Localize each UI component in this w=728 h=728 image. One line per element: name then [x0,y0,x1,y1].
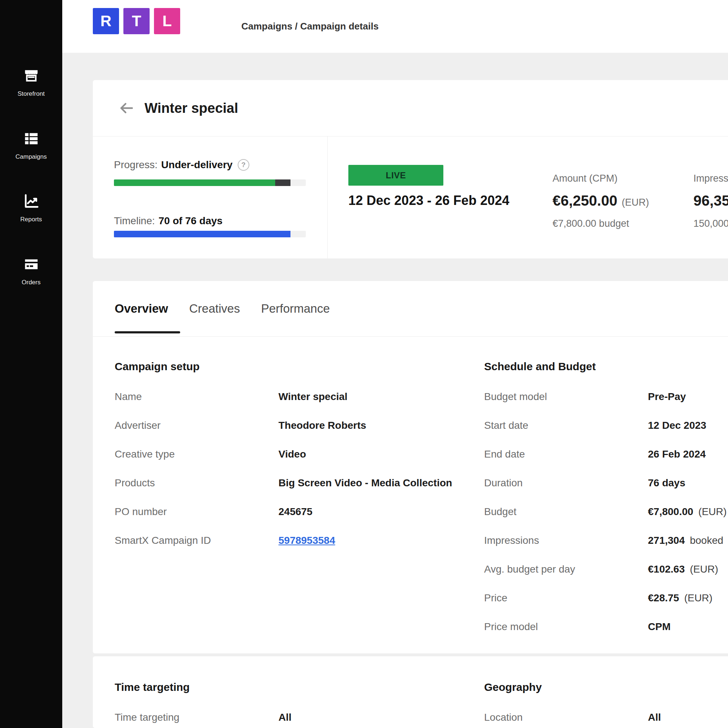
detail-label: Creative type [115,448,278,461]
detail-label: Start date [484,420,648,432]
back-arrow-button[interactable] [118,99,135,117]
impressions-value: 96,35 [693,193,728,209]
geography-section: Geography LocationAll [484,681,661,728]
tab-creatives[interactable]: Creatives [189,302,240,316]
detail-value: Theodore Roberts [278,420,366,432]
campaign-title-row: Winter special [93,80,728,136]
detail-row: Budget€7,800.00(EUR) [484,506,726,518]
sidebar-nav: Storefront Campaigns Reports [0,0,62,728]
geography-rows: LocationAll [484,712,661,724]
detail-label: Avg. budget per day [484,563,648,576]
detail-value-suffix: (EUR) [684,592,713,604]
schedule-budget-rows: Budget modelPre-PayStart date12 Dec 2023… [484,391,726,633]
detail-label: Location [484,712,648,724]
detail-value: €7,800.00(EUR) [648,506,726,518]
detail-value: 271,304booked [648,535,723,547]
campaign-setup-rows: NameWinter specialAdvertiserTheodore Rob… [115,391,452,547]
amount-label: Amount (CPM) [552,173,618,184]
campaign-status-panel: LIVE 12 Dec 2023 - 26 Feb 2024 Amount (C… [327,136,728,258]
detail-row: PO number245675 [115,506,452,518]
detail-row: LocationAll [484,712,661,724]
detail-row: Budget modelPre-Pay [484,391,726,403]
detail-value: €28.75(EUR) [648,592,712,605]
time-targeting-rows: Time targetingAll [115,712,292,724]
detail-label: Advertiser [115,420,278,432]
sidebar-item-storefront[interactable]: Storefront [0,67,62,98]
detail-value: Pre-Pay [648,391,686,403]
storefront-icon [23,67,40,86]
progress-label: Progress: [114,159,158,171]
breadcrumb[interactable]: Campaigns / Campaign details [241,0,379,53]
sidebar-item-label: Campaigns [16,153,47,161]
detail-label: Products [115,477,278,489]
logo-letter-t: T [123,8,150,34]
campaign-setup-section: Campaign setup NameWinter specialAdverti… [115,360,452,563]
detail-row: End date26 Feb 2024 [484,448,726,461]
tab-bar: Overview Creatives Performance [115,302,330,316]
detail-value: 12 Dec 2023 [648,420,706,432]
detail-row: Creative typeVideo [115,448,452,461]
rtl-logo[interactable]: R T L [93,8,180,34]
detail-row: Duration76 days [484,477,726,489]
detail-label: Time targeting [115,712,278,724]
timeline-bar [114,231,306,237]
sidebar-item-label: Reports [20,216,42,223]
detail-value: Video [278,448,306,461]
detail-row: Start date12 Dec 2023 [484,420,726,432]
sidebar-item-orders[interactable]: Orders [0,256,62,286]
detail-label: Price [484,592,648,605]
tab-overview[interactable]: Overview [115,302,168,316]
progress-status: Under-delivery [161,159,232,171]
detail-label: Price model [484,621,648,633]
detail-row: Time targetingAll [115,712,292,724]
section-title: Geography [484,681,661,693]
timeline-value: 70 of 76 days [159,215,223,227]
detail-value: All [278,712,292,724]
detail-label: Budget model [484,391,648,403]
progress-bar [114,179,306,186]
campaign-id-link[interactable]: 5978953584 [278,535,335,546]
detail-value: All [648,712,661,724]
detail-label: Duration [484,477,648,489]
campaign-title: Winter special [145,101,238,116]
progress-line: Progress: Under-delivery ? [114,159,249,171]
impressions-label: Impressions [693,173,728,184]
campaign-date-range: 12 Dec 2023 - 26 Feb 2024 [348,193,509,208]
detail-value-suffix: booked [690,535,723,546]
active-tab-underline [115,331,180,333]
detail-value: CPM [648,621,670,633]
campaign-details-card: Overview Creatives Performance Campaign … [93,281,728,653]
detail-row: NameWinter special [115,391,452,403]
detail-label: End date [484,448,648,461]
help-icon[interactable]: ? [238,159,249,171]
progress-bar-marker [275,179,291,186]
schedule-budget-section: Schedule and Budget Budget modelPre-PayS… [484,360,726,650]
reports-chart-icon [23,193,40,211]
detail-row: Impressions271,304booked [484,535,726,547]
timeline-line: Timeline: 70 of 76 days [114,215,222,227]
detail-value: €102.63(EUR) [648,563,718,576]
tab-performance[interactable]: Performance [261,302,330,316]
detail-value: Winter special [278,391,348,403]
detail-row: Price€28.75(EUR) [484,592,726,605]
detail-label: PO number [115,506,278,518]
detail-value: 245675 [278,506,312,518]
detail-row: AdvertiserTheodore Roberts [115,420,452,432]
amount-value: €6,250.00(EUR) [552,193,649,209]
detail-value-suffix: (EUR) [699,506,727,517]
section-title: Time targeting [115,681,292,693]
detail-value: Big Screen Video - Media Collection [278,477,452,489]
delivery-progress-panel: Progress: Under-delivery ? Timeline: 70 … [93,136,327,258]
status-badge: LIVE [348,165,444,186]
impressions-booked-sub: 150,000 [693,218,728,229]
sidebar-item-reports[interactable]: Reports [0,193,62,223]
time-targeting-section: Time targeting Time targetingAll [115,681,292,728]
sidebar-item-campaigns[interactable]: Campaigns [0,130,62,161]
sidebar-item-label: Orders [22,279,41,286]
top-header-bar: R T L Campaigns / Campaign details [62,0,728,53]
logo-letter-l: L [154,8,180,34]
sidebar-item-label: Storefront [17,90,45,98]
detail-row: ProductsBig Screen Video - Media Collect… [115,477,452,489]
section-title: Schedule and Budget [484,360,726,373]
detail-row: SmartX Campaign ID5978953584 [115,535,452,547]
